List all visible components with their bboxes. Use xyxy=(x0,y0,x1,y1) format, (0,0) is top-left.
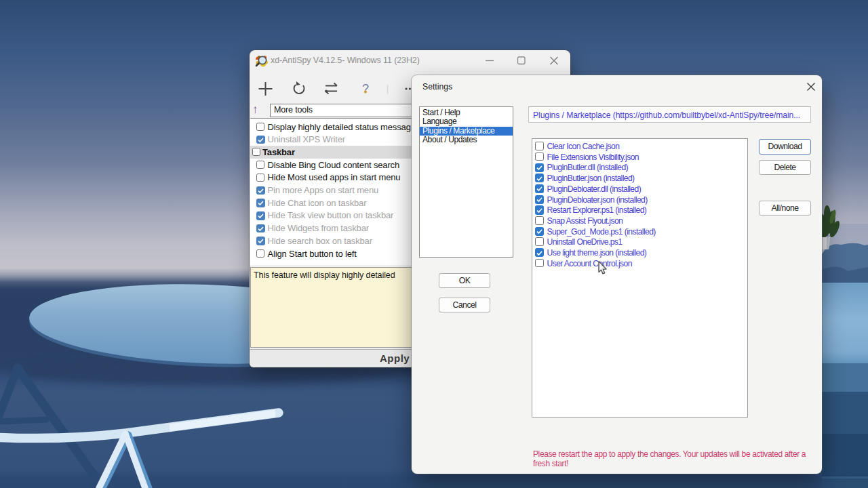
svg-text:?: ? xyxy=(362,82,369,96)
